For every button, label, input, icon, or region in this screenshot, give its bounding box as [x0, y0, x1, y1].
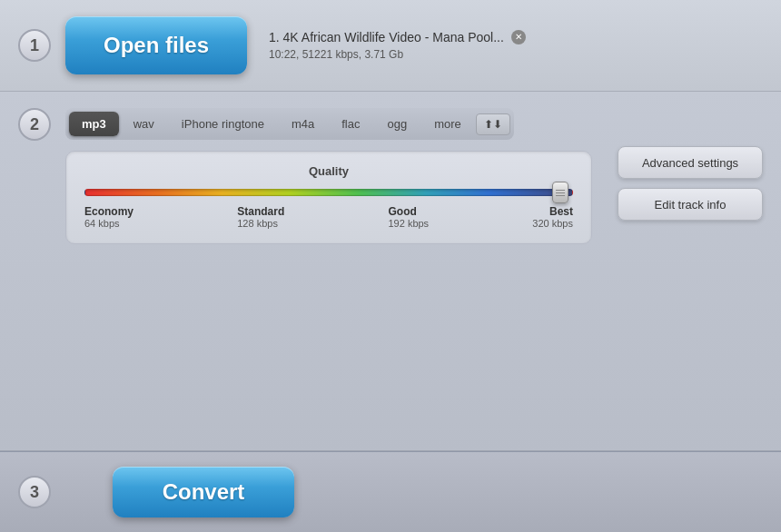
file-meta: 10:22, 51221 kbps, 3.71 Gb	[269, 48, 526, 61]
thumb-line-2	[556, 192, 565, 193]
quality-slider-track[interactable]	[84, 189, 573, 196]
convert-button[interactable]: Convert	[113, 467, 294, 517]
format-tabs: mp3 wav iPhone ringtone m4a flac ogg mor…	[65, 108, 514, 140]
quality-slider-container	[84, 189, 573, 196]
quality-level-best: Best 320 kbps	[532, 205, 573, 229]
step-2-circle: 2	[18, 108, 51, 141]
thumb-line-1	[556, 190, 565, 191]
file-close-button[interactable]: ✕	[511, 30, 526, 44]
quality-level-economy: Economy 64 kbps	[84, 205, 133, 229]
step-1-circle: 1	[18, 29, 51, 62]
thumb-line-3	[556, 195, 565, 196]
quality-label: Quality	[84, 164, 573, 178]
quality-panel: Quality Economy 64 kbps	[65, 151, 592, 244]
section-3: 3 Convert	[0, 451, 781, 532]
tab-wav[interactable]: wav	[121, 112, 167, 136]
edit-track-info-button[interactable]: Edit track info	[618, 188, 763, 221]
quality-name-economy: Economy	[84, 205, 133, 218]
tab-iphone-ringtone[interactable]: iPhone ringtone	[169, 112, 277, 136]
step-3-circle: 3	[18, 476, 51, 508]
tab-more-arrow[interactable]: ⬆⬇	[476, 113, 510, 135]
quality-level-standard: Standard 128 kbps	[237, 205, 284, 229]
open-files-button[interactable]: Open files	[65, 16, 247, 74]
file-title-row: 1. 4K African Wildlife Video - Mana Pool…	[269, 30, 526, 44]
quality-kbps-good: 192 kbps	[388, 218, 429, 229]
quality-level-good: Good 192 kbps	[388, 205, 429, 229]
tab-flac[interactable]: flac	[329, 112, 372, 136]
quality-slider-thumb[interactable]	[552, 182, 568, 203]
section-2-right: Advanced settings Edit track info	[618, 146, 763, 221]
quality-kbps-best: 320 kbps	[532, 218, 573, 229]
section-1: 1 Open files 1. 4K African Wildlife Vide…	[0, 0, 781, 92]
quality-name-standard: Standard	[237, 205, 284, 218]
quality-kbps-standard: 128 kbps	[237, 218, 278, 229]
file-info: 1. 4K African Wildlife Video - Mana Pool…	[269, 30, 526, 61]
quality-levels: Economy 64 kbps Standard 128 kbps Good 1…	[84, 205, 573, 229]
quality-kbps-economy: 64 kbps	[84, 218, 120, 229]
tab-mp3[interactable]: mp3	[69, 112, 119, 136]
tab-m4a[interactable]: m4a	[279, 112, 327, 136]
section-2-content: mp3 wav iPhone ringtone m4a flac ogg mor…	[65, 108, 599, 244]
tab-more[interactable]: more	[421, 112, 474, 136]
quality-name-best: Best	[549, 205, 573, 218]
tab-ogg[interactable]: ogg	[374, 112, 420, 136]
app-container: 1 Open files 1. 4K African Wildlife Vide…	[0, 0, 781, 532]
advanced-settings-button[interactable]: Advanced settings	[618, 146, 763, 179]
file-title-text: 1. 4K African Wildlife Video - Mana Pool…	[269, 30, 504, 44]
section-2: 2 mp3 wav iPhone ringtone m4a flac ogg m…	[0, 92, 781, 451]
quality-name-good: Good	[388, 205, 416, 218]
